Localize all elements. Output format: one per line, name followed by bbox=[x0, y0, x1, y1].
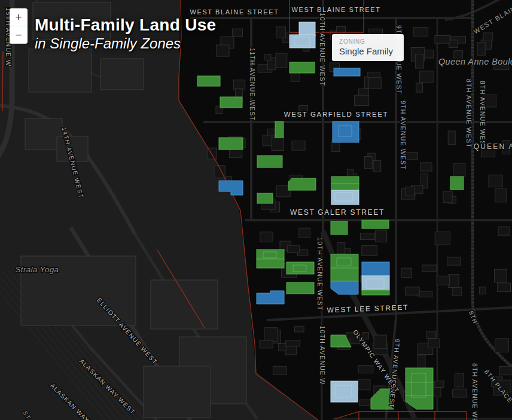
landuse-parcel-blue[interactable] bbox=[334, 68, 360, 76]
street-label: Queen Anne Boulevard bbox=[438, 57, 512, 66]
landuse-parcel-green[interactable] bbox=[331, 221, 348, 235]
landuse-parcel-green[interactable] bbox=[362, 220, 389, 229]
landuse-parcel-lightblue[interactable] bbox=[289, 35, 315, 48]
landuse-parcel-green[interactable] bbox=[287, 282, 314, 294]
street-label: 9TH AVENUE WEST bbox=[400, 101, 407, 170]
street-label: QUEEN ANNE bbox=[474, 142, 512, 151]
landuse-parcel-green[interactable] bbox=[406, 368, 433, 382]
street-label: Strala Yoga bbox=[16, 265, 59, 274]
landuse-parcel-green[interactable] bbox=[331, 254, 358, 268]
landuse-parcel-green[interactable] bbox=[450, 176, 464, 190]
map-application: WEST BLAINE STREETWEST BLAINE STREETWEST… bbox=[0, 0, 512, 420]
landuse-parcel-lightblue[interactable] bbox=[299, 22, 315, 36]
zoom-control: + − bbox=[10, 8, 28, 44]
landuse-parcel-green[interactable] bbox=[197, 76, 220, 86]
landuse-parcel-blue[interactable] bbox=[362, 262, 389, 276]
street-label: 10TH AVENUE W bbox=[319, 326, 326, 385]
landuse-parcel-green[interactable] bbox=[275, 121, 284, 138]
landuse-parcel-green[interactable] bbox=[331, 176, 359, 184]
street-label: 9TH AVENUE WEST bbox=[395, 25, 403, 95]
zoom-in-button[interactable]: + bbox=[10, 8, 28, 26]
street-label: WEST GALER STREET bbox=[290, 208, 385, 217]
street-label: 10TH AVENUE WEST bbox=[316, 238, 324, 311]
landuse-parcel-green[interactable] bbox=[257, 156, 282, 168]
street-label: WEST BLAINE STREET bbox=[291, 6, 380, 13]
landuse-parcel-green[interactable] bbox=[257, 259, 284, 268]
street-label: 10TH AVENUE WEST bbox=[319, 13, 326, 87]
zoom-out-button[interactable]: − bbox=[10, 26, 28, 44]
street-label: 8TH AVENUE WEST bbox=[465, 79, 473, 148]
landuse-parcel-green[interactable] bbox=[289, 62, 315, 73]
landuse-parcel-blue[interactable] bbox=[333, 121, 359, 142]
landuse-parcel-green[interactable] bbox=[288, 178, 316, 190]
landuse-parcel-green[interactable] bbox=[362, 290, 389, 295]
landuse-parcel-green[interactable] bbox=[257, 193, 273, 203]
street-label: 11TH AVENUE WEST bbox=[249, 48, 256, 121]
street-label: 8TH AVENUE WEST bbox=[471, 363, 479, 420]
street-label: WEST BLAINE STREET bbox=[190, 8, 279, 16]
landuse-parcel-green[interactable] bbox=[219, 138, 243, 150]
map-canvas[interactable]: WEST BLAINE STREETWEST BLAINE STREETWEST… bbox=[0, 0, 512, 420]
street-label: WEST GARFIELD STREET bbox=[284, 111, 388, 118]
landuse-parcel-green[interactable] bbox=[331, 184, 359, 190]
landuse-parcel-green[interactable] bbox=[220, 97, 242, 108]
landuse-parcel-green[interactable] bbox=[287, 262, 314, 274]
landuse-parcel-green[interactable] bbox=[406, 382, 433, 395]
landuse-parcel-green[interactable] bbox=[331, 268, 358, 281]
street-label: 8TH AVENUE WEST bbox=[479, 81, 486, 150]
